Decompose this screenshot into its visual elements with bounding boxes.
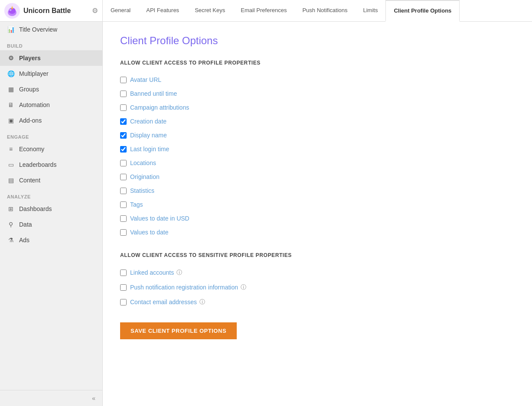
checkbox-statistics[interactable]: [120, 188, 127, 194]
checkbox-row: Avatar URL: [120, 73, 515, 87]
checkbox-last-login-time[interactable]: [120, 146, 127, 153]
sidebar-item-label: Title Overview: [19, 26, 57, 33]
sidebar-item-groups[interactable]: ▦Groups: [0, 81, 102, 97]
sidebar: 📊 Title Overview BUILD ⚙Players🌐Multipla…: [0, 22, 103, 406]
sidebar-label: Ads: [19, 237, 29, 244]
nav-tab-email-preferences[interactable]: Email Preferences: [233, 0, 294, 21]
checkbox-label[interactable]: Values to date: [130, 229, 168, 236]
checkbox-contact-email-addresses[interactable]: [120, 299, 127, 305]
sidebar-item-players[interactable]: ⚙Players: [0, 50, 102, 66]
checkbox-row: Linked accountsⓘ: [120, 265, 515, 280]
checkbox-label[interactable]: Tags: [130, 201, 143, 208]
checkbox-label[interactable]: Banned until time: [130, 90, 177, 97]
analyze-section-label: ANALYZE: [0, 188, 102, 201]
checkbox-row: Statistics: [120, 184, 515, 198]
economy-icon: ≡: [7, 146, 15, 153]
sidebar-item-add-ons[interactable]: ▣Add-ons: [0, 113, 102, 128]
page-title: Client Profile Options: [120, 35, 515, 47]
sensitive-properties: Linked accountsⓘPush notification regist…: [120, 265, 515, 309]
info-icon[interactable]: ⓘ: [241, 283, 246, 291]
sidebar-item-dashboards[interactable]: ⊞Dashboards: [0, 201, 102, 217]
leaderboards-icon: ▭: [7, 161, 15, 168]
checkbox-tags[interactable]: [120, 201, 127, 208]
checkbox-push-notification-registration-information[interactable]: [120, 284, 127, 291]
sidebar-item-multiplayer[interactable]: 🌐Multiplayer: [0, 66, 102, 81]
nav-tabs: GeneralAPI FeaturesSecret KeysEmail Pref…: [103, 0, 532, 21]
checkbox-row: Campaign attributions: [120, 101, 515, 114]
checkbox-values-to-date-in-usd[interactable]: [120, 215, 127, 222]
sidebar-item-title-overview[interactable]: 📊 Title Overview: [0, 22, 102, 37]
checkbox-label[interactable]: Campaign attributions: [130, 104, 189, 111]
players-icon: ⚙: [7, 55, 15, 62]
content-icon: ▤: [7, 177, 15, 184]
sidebar-label: Players: [19, 55, 41, 62]
checkbox-label[interactable]: Push notification registration informati…: [130, 284, 238, 291]
sidebar-label: Economy: [19, 146, 44, 153]
nav-tab-client-profile-options[interactable]: Client Profile Options: [385, 0, 460, 22]
brand-logo-icon: [4, 3, 20, 19]
sidebar-label: Dashboards: [19, 205, 52, 212]
sidebar-label: Groups: [19, 86, 39, 93]
checkbox-row: Push notification registration informati…: [120, 280, 515, 295]
sidebar-collapse[interactable]: «: [0, 390, 102, 406]
checkbox-row: Banned until time: [120, 87, 515, 101]
sidebar-item-leaderboards[interactable]: ▭Leaderboards: [0, 157, 102, 172]
checkbox-label[interactable]: Values to date in USD: [130, 215, 189, 222]
checkbox-label[interactable]: Display name: [130, 132, 167, 139]
dashboards-icon: ⊞: [7, 205, 15, 212]
sidebar-item-economy[interactable]: ≡Economy: [0, 141, 102, 157]
checkbox-display-name[interactable]: [120, 132, 127, 139]
build-items: ⚙Players🌐Multiplayer▦Groups🖥Automation▣A…: [0, 50, 102, 128]
checkbox-creation-date[interactable]: [120, 118, 127, 125]
checkbox-row: Values to date in USD: [120, 211, 515, 225]
checkbox-origination[interactable]: [120, 174, 127, 180]
checkbox-row: Tags: [120, 198, 515, 211]
sidebar-label: Content: [19, 177, 40, 184]
checkbox-label[interactable]: Locations: [130, 159, 156, 166]
build-section-label: BUILD: [0, 37, 102, 50]
layout: 📊 Title Overview BUILD ⚙Players🌐Multipla…: [0, 22, 532, 406]
nav-tab-push-notifications[interactable]: Push Notifications: [294, 0, 355, 21]
save-button[interactable]: SAVE CLIENT PROFILE OPTIONS: [120, 322, 237, 339]
sidebar-item-automation[interactable]: 🖥Automation: [0, 97, 102, 113]
settings-icon[interactable]: ⚙: [92, 6, 98, 15]
checkbox-label[interactable]: Linked accounts: [130, 269, 174, 276]
svg-point-5: [10, 10, 11, 10]
section1-heading: ALLOW CLIENT ACCESS TO PROFILE PROPERTIE…: [120, 60, 515, 66]
checkbox-label[interactable]: Last login time: [130, 146, 169, 153]
checkbox-banned-until-time[interactable]: [120, 91, 127, 97]
main-content: Client Profile Options ALLOW CLIENT ACCE…: [103, 22, 532, 406]
sidebar-item-data[interactable]: ⚲Data: [0, 217, 102, 232]
automation-icon: 🖥: [7, 101, 15, 108]
checkbox-avatar-url[interactable]: [120, 77, 127, 83]
title-overview-icon: 📊: [7, 26, 15, 33]
info-icon[interactable]: ⓘ: [176, 269, 182, 276]
add-ons-icon: ▣: [7, 117, 15, 124]
checkbox-row: Values to date: [120, 225, 515, 239]
data-icon: ⚲: [7, 221, 15, 228]
sidebar-item-ads[interactable]: ⚗Ads: [0, 232, 102, 248]
analyze-items: ⊞Dashboards⚲Data⚗Ads: [0, 201, 102, 248]
checkbox-label[interactable]: Statistics: [130, 187, 154, 194]
multiplayer-icon: 🌐: [7, 70, 15, 77]
nav-tab-api-features[interactable]: API Features: [138, 0, 187, 21]
nav-tab-general[interactable]: General: [103, 0, 138, 21]
sidebar-label: Add-ons: [19, 117, 42, 124]
nav-tab-secret-keys[interactable]: Secret Keys: [187, 0, 233, 21]
sidebar-item-content[interactable]: ▤Content: [0, 172, 102, 188]
checkbox-row: Origination: [120, 170, 515, 184]
collapse-icon: «: [92, 395, 95, 402]
checkbox-row: Contact email addressesⓘ: [120, 295, 515, 309]
checkbox-label[interactable]: Creation date: [130, 118, 166, 125]
checkbox-locations[interactable]: [120, 160, 127, 166]
checkbox-label[interactable]: Avatar URL: [130, 76, 161, 83]
info-icon[interactable]: ⓘ: [199, 298, 205, 306]
checkbox-campaign-attributions[interactable]: [120, 104, 127, 111]
checkbox-row: Last login time: [120, 142, 515, 156]
checkbox-label[interactable]: Contact email addresses: [130, 299, 197, 305]
nav-tab-limits[interactable]: Limits: [356, 0, 386, 21]
checkbox-label[interactable]: Origination: [130, 173, 160, 180]
checkbox-values-to-date[interactable]: [120, 229, 127, 236]
checkbox-linked-accounts[interactable]: [120, 270, 127, 276]
section2-heading: ALLOW CLIENT ACCESS TO SENSITIVE PROFILE…: [120, 252, 515, 258]
